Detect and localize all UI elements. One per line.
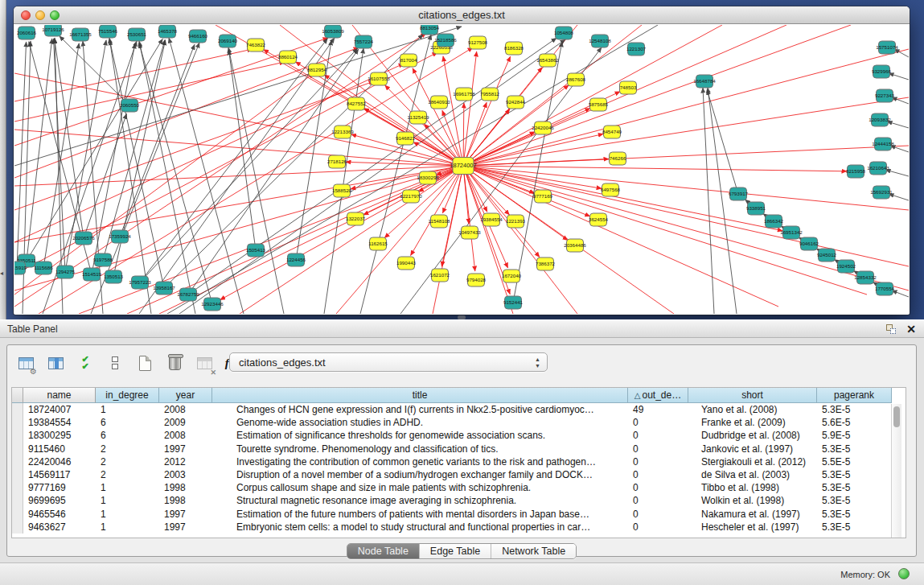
cell-year: 2008	[159, 429, 212, 442]
table-row[interactable]: 969969511998Structural magnetic resonanc…	[12, 494, 906, 507]
tab-network-table[interactable]: Network Table	[491, 544, 576, 558]
row-gutter	[12, 494, 23, 507]
graph-node-label: 2069140	[218, 38, 238, 43]
window-minimize-button[interactable]	[35, 10, 45, 20]
table-row[interactable]: 1830029562008Estimation of significance …	[12, 429, 906, 442]
tab-node-table[interactable]: Node Table	[347, 544, 420, 558]
splitter-collapse-icon[interactable]: ◂	[0, 270, 3, 277]
table-tab-strip: Node Table Edge Table Network Table	[7, 543, 916, 561]
graph-node-label: 748503	[620, 84, 637, 90]
memory-ok-indicator[interactable]	[898, 568, 910, 579]
graph-node-label: 9794028	[466, 277, 487, 282]
graph-node-label: 17359924	[109, 233, 131, 239]
column-visibility-button[interactable]	[45, 352, 66, 373]
window-zoom-button[interactable]	[50, 10, 60, 20]
graph-node-label: 1322037	[346, 216, 366, 221]
graph-edge	[708, 88, 737, 314]
delete-table-button[interactable]: ✕	[194, 352, 215, 373]
graph-node-label: 1115686	[34, 265, 53, 270]
network-window[interactable]: citations_edges.txt 18724007746266649756…	[14, 6, 910, 315]
graph-node-label: 7463822	[246, 42, 266, 47]
window-close-button[interactable]	[21, 10, 31, 20]
graph-edge	[228, 47, 284, 314]
select-rows-button[interactable]: ✔✔	[75, 352, 96, 373]
cell-name: 18300295	[23, 429, 96, 442]
graph-node-label: 13958167	[153, 285, 175, 290]
graph-node-label: 15692931	[870, 189, 893, 195]
table-row[interactable]: 946362711997Embryonic stem cells: a mode…	[12, 521, 906, 534]
graph-node-label: 9245012	[817, 252, 837, 257]
cell-pagerank: 5.3E-5	[817, 508, 892, 521]
graph-node-label: 9466160	[188, 33, 208, 39]
graph-node-label: 1294275	[55, 269, 76, 274]
delete-column-button[interactable]	[164, 352, 185, 373]
graph-node-label: 9227343	[875, 93, 895, 98]
cell-year: 1997	[159, 443, 212, 455]
window-titlebar[interactable]: citations_edges.txt	[14, 6, 910, 24]
graph-node-label: 8427552	[347, 101, 367, 106]
table-mode-button[interactable]: ⚙	[15, 352, 36, 373]
graph-edge	[463, 166, 909, 210]
graph-node-label: 817004	[400, 57, 417, 63]
graph-node-label: 746266	[610, 155, 626, 161]
table-row[interactable]: 911546021997Tourette syndrome. Phenomeno…	[12, 443, 906, 455]
column-header-year[interactable]: year	[159, 388, 212, 403]
tab-edge-table[interactable]: Edge Table	[420, 544, 491, 558]
status-bar: Memory: OK	[0, 562, 924, 585]
graph-edge	[120, 44, 195, 237]
create-column-button[interactable]	[134, 352, 155, 373]
table-row[interactable]: 1938455462009Genome-wide association stu…	[12, 416, 906, 429]
graph-node-label: 16961758	[453, 91, 475, 97]
table-row[interactable]: 946554611997Estimation of the future num…	[12, 508, 906, 521]
float-panel-icon[interactable]	[886, 324, 897, 335]
row-gutter	[12, 468, 23, 481]
graph-edge	[889, 73, 909, 80]
graph-node-label: 1514519	[82, 271, 102, 277]
cell-pagerank: 5.3E-5	[817, 481, 892, 494]
row-gutter	[12, 429, 23, 442]
scrollbar-thumb[interactable]	[893, 406, 900, 427]
cell-out_de: 0	[628, 521, 688, 534]
checkmarks-icon: ✔✔	[81, 356, 88, 370]
network-view[interactable]: 1872400774626664975683624554203644867386…	[14, 25, 909, 314]
graph-node-label: 16053809	[322, 28, 344, 34]
table-row[interactable]: 2242004622012Investigating the contribut…	[12, 455, 906, 468]
close-panel-icon[interactable]: ✕	[906, 323, 916, 336]
table-row[interactable]: 977716911998Corpus callosum shape and si…	[12, 481, 906, 494]
column-header-pagerank[interactable]: pagerank	[817, 388, 892, 403]
graph-node-label: 1465378	[158, 28, 178, 34]
graph-node-label: 18300295	[417, 175, 439, 180]
table-row[interactable]: 1456911722003Disruption of a novel membe…	[12, 468, 906, 481]
graph-node-label: 1770554	[875, 286, 895, 291]
column-header-short[interactable]: short	[688, 388, 817, 403]
column-header-out_de[interactable]: △out_de…	[628, 388, 688, 403]
table-scrollbar[interactable]	[891, 404, 901, 538]
column-header-in_degree[interactable]: in_degree	[96, 388, 159, 403]
column-header-title[interactable]: title	[212, 388, 628, 403]
cell-pagerank: 5.3E-5	[817, 521, 892, 534]
cell-year: 2009	[159, 416, 212, 429]
graph-node-label: 12093832	[869, 117, 891, 122]
table-row[interactable]: 1872400712008Changes of HCN gene express…	[12, 403, 906, 416]
cell-short: Tibbo et al. (1998)	[688, 481, 817, 494]
cell-pagerank: 5.3E-5	[817, 494, 892, 507]
clear-selection-button[interactable]	[105, 352, 125, 373]
graph-edge	[139, 43, 212, 304]
window-title: citations_edges.txt	[14, 6, 910, 23]
left-splitter[interactable]: ◂	[0, 0, 6, 319]
cell-short: Wolkin et al. (1998)	[688, 494, 817, 507]
table-selector-value: citations_edges.txt	[239, 356, 326, 369]
graph-edge	[27, 39, 52, 261]
network-graph[interactable]: 1872400774626664975683624554203644867386…	[14, 25, 909, 314]
cell-name: 9465546	[23, 508, 96, 521]
graph-node-label: 9242844	[506, 99, 526, 105]
graph-node-label: 9146821	[396, 135, 416, 141]
table-selector[interactable]: citations_edges.txt ▲▼	[229, 352, 548, 372]
new-document-icon	[139, 356, 151, 371]
node-table: namein_degreeyeartitle△out_de…shortpager…	[11, 387, 906, 538]
column-header-name[interactable]: name	[23, 388, 96, 403]
cell-title: Estimation of significance thresholds fo…	[212, 429, 628, 442]
cell-short: Hescheler et al. (1997)	[688, 521, 817, 534]
graph-node-label: 18640910	[428, 99, 450, 105]
cell-pagerank: 5.9E-5	[817, 429, 892, 442]
